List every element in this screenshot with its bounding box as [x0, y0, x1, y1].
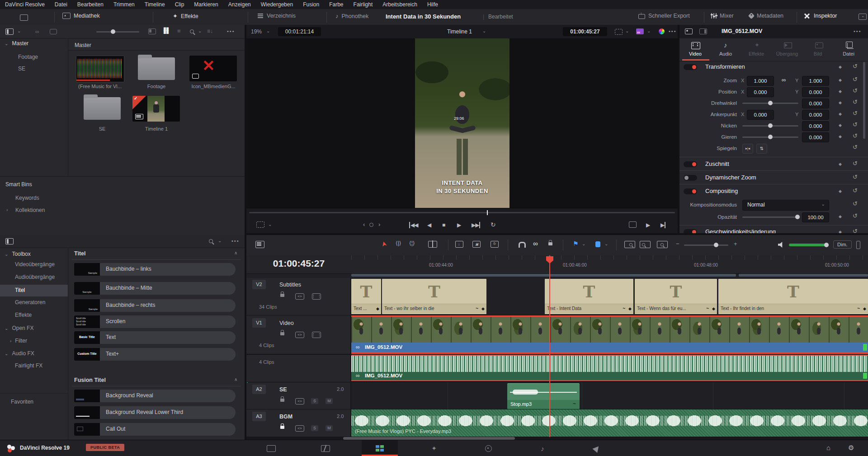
track-film-icon[interactable] — [312, 332, 321, 338]
opacity-slider[interactable] — [742, 216, 798, 218]
playhead-line[interactable] — [549, 255, 550, 437]
fx-tree-generatoren[interactable]: Generatoren — [15, 299, 45, 306]
monitor-volume-slider[interactable] — [789, 244, 829, 246]
verzeichnis-button[interactable]: Verzeichnis — [258, 13, 296, 19]
fx-tree-toolbox[interactable]: ⌄Toolbox — [5, 249, 31, 259]
inspektor-button[interactable]: Inspektor — [804, 13, 837, 19]
replace-clip-icon[interactable]: ↻ — [491, 241, 499, 248]
menu-farbe[interactable]: Farbe — [324, 1, 348, 8]
linked-selection-icon[interactable]: ∞ — [533, 240, 538, 247]
track-name[interactable]: Subtitles — [279, 282, 301, 288]
track-film-icon[interactable] — [312, 293, 321, 300]
crop-section-title[interactable]: Zuschnitt — [705, 160, 729, 167]
overwrite-clip-icon[interactable]: ▣ — [472, 241, 481, 248]
reset-icon[interactable]: ↺ — [853, 99, 858, 105]
track-lock-icon[interactable] — [280, 330, 284, 337]
fx-tree-favoriten[interactable]: Favoriten — [11, 399, 33, 405]
keyframe-icon[interactable]: ◆ — [839, 162, 842, 166]
transform-section-title[interactable]: Transformieren — [705, 63, 745, 70]
menu-markieren[interactable]: Markieren — [189, 1, 223, 8]
list-view-icon[interactable]: ≡ — [177, 28, 181, 34]
fx-tree-openfx[interactable]: ⌄Open FX — [5, 323, 33, 334]
reset-icon[interactable]: ↺ — [853, 212, 858, 219]
settings-gear-icon[interactable]: ⚙ — [848, 444, 854, 452]
media-item-audio[interactable] — [76, 56, 124, 82]
smart-bin-keywords[interactable]: Keywords — [15, 195, 39, 201]
viewer-zoom-level[interactable]: 19% — [251, 28, 262, 35]
last-frame-icon[interactable]: ▶ — [660, 222, 665, 228]
fairlight-page-icon[interactable]: ♪ — [537, 443, 548, 453]
composite-mode-select[interactable]: Normal ⌄ — [742, 200, 829, 211]
marker-button[interactable] — [595, 241, 600, 247]
bin-master[interactable]: ⌄ Master — [5, 40, 28, 47]
effects-more-icon[interactable]: ••• — [231, 238, 240, 244]
transform-toggle[interactable] — [684, 64, 697, 70]
track-id[interactable]: A2 — [252, 385, 266, 394]
bin-footage[interactable]: Footage — [18, 54, 38, 60]
crop-toggle[interactable] — [684, 161, 697, 167]
cut-page-icon[interactable] — [320, 443, 331, 453]
flag-button[interactable]: ⚑ — [573, 240, 579, 247]
bin-se[interactable]: SE — [18, 66, 25, 72]
timeline-scroll-overview[interactable] — [739, 274, 868, 277]
goto-start-button[interactable]: ◀◀ — [409, 222, 418, 228]
track-name[interactable]: Video — [279, 320, 294, 326]
dynamic-zoom-toggle[interactable] — [684, 175, 697, 181]
subtitle-clip[interactable]: T Text - wo ihr selber in die~◆ — [382, 279, 486, 314]
fx-tree-effekte[interactable]: Effekte — [15, 312, 32, 318]
jog-wheel[interactable] — [369, 223, 373, 227]
opacity-input[interactable]: 100.00 — [802, 212, 829, 222]
fusion-overlay-chevron[interactable]: ⌄ — [647, 28, 651, 33]
solo-button[interactable]: S — [311, 398, 318, 404]
flag-chevron[interactable]: ⌄ — [582, 241, 585, 246]
reset-icon[interactable]: ↺ — [853, 110, 858, 117]
compositing-section-title[interactable]: Compositing — [705, 188, 738, 194]
position-lock-icon[interactable] — [548, 240, 552, 247]
edit-page-icon[interactable] — [374, 443, 385, 453]
sort-icon[interactable]: ≡↓ — [207, 28, 213, 34]
menu-app[interactable]: DaVinci Resolve — [0, 1, 50, 8]
selection-tool[interactable]: ➤ — [379, 240, 389, 248]
anchor-x-input[interactable]: 0.000 — [747, 110, 774, 120]
next-edit-icon[interactable]: ▶ — [646, 222, 649, 228]
color-fx-icon[interactable] — [659, 28, 665, 34]
subtitle-clip[interactable]: T Text - Ihr findet in den~◆ — [718, 279, 868, 314]
keyframe-icon[interactable]: ◆ — [839, 100, 842, 105]
menu-anzeigen[interactable]: Anzeigen — [223, 1, 256, 8]
keyframe-icon[interactable]: ◆ — [839, 134, 842, 139]
bgm-audio-clip[interactable]: (Free Music for Vlogs) PYC - Everyday.mp… — [351, 409, 868, 437]
timeline-scroll-overview[interactable] — [351, 274, 736, 277]
menu-trimmen[interactable]: Trimmen — [108, 1, 140, 8]
dynamic-zoom-section-title[interactable]: Dynamischer Zoom — [705, 174, 756, 181]
loop-button[interactable]: ↻ — [491, 221, 496, 228]
fx-tree-titel-selected[interactable]: Titel — [0, 285, 68, 296]
media-item-image[interactable]: ✕ — [189, 56, 237, 81]
jog-left-icon[interactable]: ‹ — [363, 221, 365, 228]
mixer-button[interactable]: Mixer — [711, 13, 734, 19]
track-lane-a1[interactable]: ∞ IMG_0512.MOV — [351, 355, 868, 382]
effekte-button[interactable]: ✦ Effekte — [173, 13, 198, 19]
reset-icon[interactable]: ↺ — [853, 63, 858, 70]
flip-vertical-button[interactable]: ⇅ — [756, 144, 767, 154]
media-page-icon[interactable] — [266, 443, 277, 453]
auto-select-icon[interactable]: <> — [295, 332, 304, 338]
meter-toggle-icon[interactable] — [856, 241, 860, 249]
scrub-playhead[interactable] — [487, 210, 488, 215]
track-lane-v1[interactable]: ∞ IMG_0512.MOV — [351, 315, 868, 354]
fx-tree-audiouebergaenge[interactable]: Audioübergänge — [15, 274, 55, 280]
viewer-timeline-chevron[interactable]: ⌄ — [482, 28, 486, 33]
track-header-v2[interactable]: V2 Subtitles <> 34 Clips — [246, 278, 350, 315]
deliver-page-icon[interactable] — [591, 443, 602, 453]
zoom-in-icon[interactable]: + — [734, 240, 737, 247]
menu-clip[interactable]: Clip — [170, 1, 189, 8]
titel-collapse-icon[interactable]: ∧ — [234, 250, 237, 255]
zoom-y-input[interactable]: 1.000 — [802, 76, 829, 86]
menu-datei[interactable]: Datei — [50, 1, 72, 8]
subtitle-clip[interactable]: T Text - Intent Data~◆ — [545, 279, 633, 314]
track-id[interactable]: V1 — [252, 318, 266, 328]
track-lane-v2[interactable]: T Text ...◆ T Text - wo ihr selber in di… — [351, 278, 868, 315]
media-item-timeline[interactable]: ✓ — [132, 96, 180, 122]
yaw-slider[interactable] — [742, 136, 798, 138]
play-button[interactable]: ▶ — [457, 222, 461, 228]
rotation-slider[interactable] — [742, 103, 798, 104]
